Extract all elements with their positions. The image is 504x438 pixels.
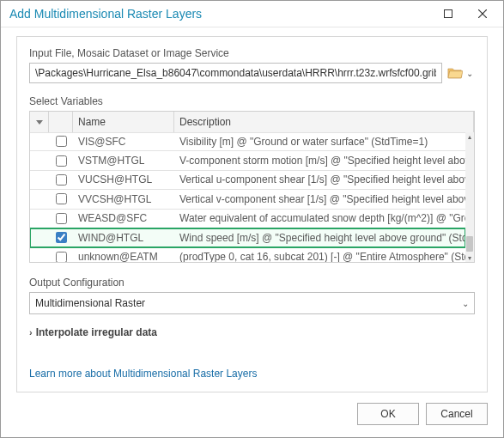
row-name: WIND@HTGL	[73, 228, 174, 246]
row-handle	[30, 228, 49, 246]
row-handle	[30, 132, 49, 150]
variables-table: Name Description VIS@SFCVisibility [m] @…	[29, 111, 475, 263]
table-header: Name Description	[30, 112, 474, 133]
row-description: Visibility [m] @ "Ground or water surfac…	[174, 132, 465, 150]
row-checkbox-cell	[49, 132, 73, 150]
row-name: VIS@SFC	[73, 132, 174, 150]
row-name: VUCSH@HTGL	[73, 171, 174, 189]
row-description: Vertical u-component shear [1/s] @ "Spec…	[174, 171, 465, 189]
row-name: VVCSH@HTGL	[73, 190, 174, 208]
table-row[interactable]: VIS@SFCVisibility [m] @ "Ground or water…	[30, 132, 465, 151]
row-description: Vertical v-component shear [1/s] @ "Spec…	[174, 190, 465, 208]
titlebar: Add Multidimensional Raster Layers	[1, 1, 503, 27]
scroll-up-button[interactable]: ▴	[465, 132, 474, 141]
table-row[interactable]: WEASD@SFCWater equivalent of accumulated…	[30, 210, 465, 228]
vertical-scrollbar[interactable]: ▴ ▾	[465, 132, 474, 262]
table-row[interactable]: unknown@EATM(prodType 0, cat 16, subcat …	[30, 247, 465, 262]
chevron-down-icon: ▾	[468, 254, 471, 262]
table-row[interactable]: VSTM@HTGLV-component storm motion [m/s] …	[30, 151, 465, 170]
header-checkbox-col	[49, 112, 73, 132]
row-description: V-component storm motion [m/s] @ "Specif…	[174, 151, 465, 169]
row-checkbox-cell	[49, 190, 73, 208]
close-icon	[478, 9, 487, 18]
dialog-window: Add Multidimensional Raster Layers Input…	[0, 0, 504, 438]
row-checkbox[interactable]	[56, 174, 67, 186]
row-checkbox[interactable]	[56, 155, 67, 167]
row-checkbox[interactable]	[56, 232, 67, 243]
chevron-right-icon: ›	[29, 327, 33, 338]
output-config-select[interactable]: Multidimensional Raster ⌄	[29, 292, 475, 314]
interpolate-expander[interactable]: › Interpolate irregular data	[29, 326, 475, 338]
row-checkbox-cell	[49, 228, 73, 246]
dialog-body: Input File, Mosaic Dataset or Image Serv…	[1, 27, 503, 392]
row-description: Water equivalent of accumulated snow dep…	[174, 210, 465, 228]
output-config-value: Multidimensional Raster	[35, 297, 145, 309]
expander-label: Interpolate irregular data	[36, 326, 157, 338]
row-checkbox[interactable]	[56, 136, 67, 147]
chevron-up-icon: ▴	[468, 133, 471, 141]
input-path-field[interactable]	[29, 63, 442, 83]
row-handle	[30, 151, 49, 169]
dialog-footer: OK Cancel	[1, 392, 503, 437]
input-options-button[interactable]: ⌄	[465, 67, 475, 80]
output-label: Output Configuration	[29, 277, 475, 289]
inner-panel: Input File, Mosaic Dataset or Image Serv…	[16, 36, 488, 392]
scroll-thumb[interactable]	[466, 236, 473, 252]
input-label: Input File, Mosaic Dataset or Image Serv…	[29, 47, 475, 59]
header-name[interactable]: Name	[73, 112, 174, 132]
header-row-selector[interactable]	[30, 112, 49, 132]
maximize-icon	[444, 9, 452, 18]
row-checkbox-cell	[49, 247, 73, 262]
row-checkbox-cell	[49, 151, 73, 169]
svg-rect-0	[445, 10, 452, 18]
table-row[interactable]: VVCSH@HTGLVertical v-component shear [1/…	[30, 190, 465, 209]
cancel-button[interactable]: Cancel	[426, 403, 488, 425]
scroll-down-button[interactable]: ▾	[465, 253, 474, 262]
close-button[interactable]	[465, 2, 500, 26]
row-name: unknown@EATM	[73, 247, 174, 262]
row-handle	[30, 210, 49, 228]
row-handle	[30, 247, 49, 262]
browse-button[interactable]	[447, 66, 463, 80]
row-checkbox-cell	[49, 210, 73, 228]
window-title: Add Multidimensional Raster Layers	[9, 7, 431, 21]
row-name: WEASD@SFC	[73, 210, 174, 228]
row-checkbox[interactable]	[56, 213, 67, 224]
learn-more-link[interactable]: Learn more about Multidimensional Raster…	[29, 368, 475, 380]
row-name: VSTM@HTGL	[73, 151, 174, 169]
triangle-down-icon	[36, 120, 43, 125]
row-checkbox-cell	[49, 171, 73, 189]
table-rows: VIS@SFCVisibility [m] @ "Ground or water…	[30, 132, 465, 262]
table-row[interactable]: VUCSH@HTGLVertical u-component shear [1/…	[30, 171, 465, 190]
ok-button[interactable]: OK	[357, 403, 419, 425]
maximize-button[interactable]	[431, 2, 465, 26]
folder-icon	[447, 66, 463, 79]
variables-label: Select Variables	[29, 95, 475, 107]
row-description: Wind speed [m/s] @ "Specified height lev…	[174, 228, 465, 246]
header-description[interactable]: Description	[174, 112, 474, 132]
row-handle	[30, 171, 49, 189]
input-row: ⌄	[29, 63, 475, 83]
row-description: (prodType 0, cat 16, subcat 201) [-] @ "…	[174, 247, 465, 262]
row-checkbox[interactable]	[56, 193, 67, 204]
chevron-down-icon: ⌄	[466, 69, 473, 78]
scroll-track[interactable]	[465, 141, 474, 253]
row-checkbox[interactable]	[56, 252, 67, 262]
chevron-down-icon: ⌄	[462, 299, 469, 308]
table-row[interactable]: WIND@HTGLWind speed [m/s] @ "Specified h…	[30, 228, 465, 247]
row-handle	[30, 190, 49, 208]
